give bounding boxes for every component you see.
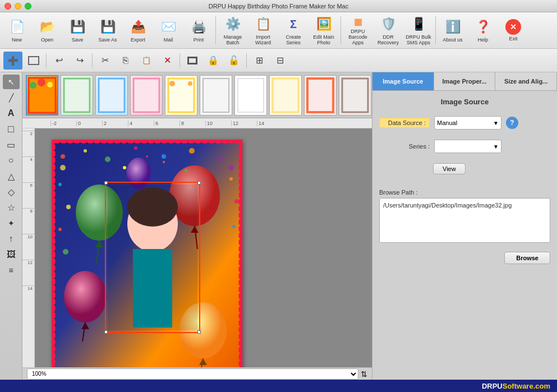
series-select[interactable]: ▼ bbox=[434, 140, 501, 153]
saveas-button[interactable]: 💾 Save As bbox=[93, 14, 122, 47]
mail-label: Mail bbox=[164, 37, 173, 43]
frame-image bbox=[52, 140, 242, 367]
select-tool-button[interactable]: ↖ bbox=[3, 75, 20, 89]
star-tool-button[interactable]: ☆ bbox=[3, 200, 20, 215]
star2-tool-button[interactable]: ✦ bbox=[3, 216, 20, 230]
barcode-button[interactable]: ▦ DRPU Barcode Apps bbox=[343, 14, 372, 47]
triangle-tool-button[interactable]: △ bbox=[3, 169, 20, 183]
rounded-rect-tool-button[interactable]: ▭ bbox=[3, 137, 20, 152]
help-icon: ❓ bbox=[474, 18, 492, 36]
template-10[interactable] bbox=[339, 75, 371, 116]
data-source-value: Manual bbox=[437, 119, 457, 126]
tab-size-align[interactable]: Size and Alig... bbox=[495, 72, 557, 90]
sms-button[interactable]: 📱 DRPU Bulk SMS Apps bbox=[404, 14, 433, 47]
tb2-sep1 bbox=[46, 53, 47, 68]
zoom-bar: 50% 75% 100% 125% 150% 200% ⇅ bbox=[22, 367, 372, 380]
zoom-spinner[interactable]: ⇅ bbox=[361, 370, 367, 379]
canvas-container[interactable] bbox=[35, 128, 372, 367]
redo-button[interactable]: ↪ bbox=[70, 52, 89, 70]
editmain-button[interactable]: 🖼️ Edit Main Photo bbox=[309, 14, 338, 47]
barcode-tool-button[interactable]: ≡ bbox=[3, 263, 20, 278]
template-4[interactable] bbox=[130, 75, 163, 116]
undo-icon: ↩ bbox=[56, 55, 63, 66]
svg-point-59 bbox=[127, 187, 178, 227]
ddr-button[interactable]: 🛡️ DDR Recovery bbox=[374, 14, 403, 47]
new-icon: 📄 bbox=[8, 18, 26, 36]
print-button[interactable]: 🖨️ Print bbox=[184, 14, 213, 47]
diamond-tool-button[interactable]: ◇ bbox=[3, 185, 20, 199]
template-3[interactable] bbox=[95, 75, 128, 116]
lock-button[interactable]: 🔒 bbox=[204, 52, 223, 70]
frame-button[interactable] bbox=[183, 52, 202, 70]
svg-point-2 bbox=[30, 82, 36, 89]
toolbar-separator3 bbox=[435, 16, 436, 44]
delete-icon: ✕ bbox=[164, 55, 171, 66]
cut-button[interactable]: ✂ bbox=[95, 52, 114, 70]
new-button[interactable]: 📄 New bbox=[2, 14, 31, 47]
tb2-sep3 bbox=[179, 53, 180, 68]
vertical-ruler: 2 4 6 8 10 12 14 bbox=[22, 128, 35, 367]
template-7[interactable] bbox=[234, 75, 267, 116]
svg-point-60 bbox=[123, 166, 126, 169]
ellipse-tool-button[interactable]: ○ bbox=[3, 153, 20, 168]
grid-button[interactable]: ⊞ bbox=[250, 52, 269, 70]
zoom-select[interactable]: 50% 75% 100% 125% 150% 200% bbox=[27, 368, 358, 380]
open-icon: 📂 bbox=[38, 18, 56, 36]
svg-point-4 bbox=[47, 82, 53, 87]
horizontal-ruler: -2 0 2 4 6 8 10 12 14 bbox=[22, 118, 372, 128]
wizard-label: Import Wizard bbox=[250, 34, 277, 45]
line-tool-button[interactable]: ╱ bbox=[3, 90, 20, 105]
design-canvas[interactable] bbox=[52, 140, 242, 367]
undo-button[interactable]: ↩ bbox=[49, 52, 68, 70]
copy-button[interactable]: ⎘ bbox=[116, 52, 135, 70]
tab-image-source[interactable]: Image Source bbox=[372, 72, 434, 90]
about-icon: ℹ️ bbox=[444, 18, 462, 36]
text-tool-button[interactable]: A bbox=[3, 106, 20, 121]
template-1[interactable] bbox=[26, 75, 58, 116]
svg-point-32 bbox=[218, 158, 222, 161]
template-9[interactable] bbox=[304, 75, 337, 116]
help-button[interactable]: ❓ Help bbox=[468, 14, 498, 47]
left-toolbox: ↖ ╱ A □ ▭ ○ △ ◇ ☆ ✦ ↑ 🖼 ≡ bbox=[0, 72, 22, 380]
app-title: DRPU Happy Birthday Photo Frame Maker fo… bbox=[209, 3, 348, 10]
batch-button[interactable]: ⚙️ Manage Batch bbox=[218, 14, 247, 47]
open-button[interactable]: 📂 Open bbox=[33, 14, 62, 47]
svg-rect-58 bbox=[133, 249, 172, 328]
maximize-button[interactable] bbox=[25, 3, 31, 10]
canvas-scroll[interactable]: 2 4 6 8 10 12 14 bbox=[22, 128, 372, 367]
help-button-datasource[interactable]: ? bbox=[506, 117, 518, 129]
arrow-tool-button[interactable]: ↑ bbox=[3, 232, 20, 246]
paste-button[interactable]: 📋 bbox=[137, 52, 156, 70]
template-2[interactable] bbox=[61, 75, 93, 116]
rulers-button[interactable]: ⊟ bbox=[270, 52, 289, 70]
minimize-button[interactable] bbox=[15, 3, 21, 10]
saveas-label: Save As bbox=[98, 37, 117, 43]
add-button[interactable]: ➕ bbox=[3, 52, 22, 70]
template-5[interactable] bbox=[165, 75, 197, 116]
save-button[interactable]: 💾 Save bbox=[63, 14, 92, 47]
unlock-button[interactable]: 🔓 bbox=[224, 52, 243, 70]
delete-button[interactable]: ✕ bbox=[158, 52, 177, 70]
main-toolbar: 📄 New 📂 Open 💾 Save 💾 Save As 📤 Export ✉… bbox=[0, 12, 557, 49]
export-button[interactable]: 📤 Export bbox=[123, 14, 153, 47]
export-label: Export bbox=[131, 37, 145, 43]
wizard-button[interactable]: 📋 Import Wizard bbox=[248, 14, 278, 47]
view-button[interactable]: View bbox=[433, 163, 466, 174]
template-8[interactable] bbox=[269, 75, 302, 116]
rect-tool-button[interactable]: □ bbox=[3, 122, 20, 136]
exit-button[interactable]: ✕ Exit bbox=[499, 14, 528, 47]
about-button[interactable]: ℹ️ About us bbox=[438, 14, 467, 47]
browse-path-value: /Users/taruntyagi/Desktop/Images/Image32… bbox=[379, 198, 550, 243]
series-button[interactable]: Σ Create Series bbox=[279, 14, 308, 47]
canvas-area: -2 0 2 4 6 8 10 12 14 2 4 6 8 10 12 14 bbox=[22, 72, 372, 380]
tab-image-properties[interactable]: Image Proper... bbox=[434, 72, 496, 90]
close-button[interactable] bbox=[4, 3, 11, 10]
browse-button[interactable]: Browse bbox=[504, 252, 550, 264]
data-source-select[interactable]: Manual ▼ bbox=[434, 116, 501, 130]
mail-button[interactable]: ✉️ Mail bbox=[154, 14, 183, 47]
image-tool-button[interactable]: 🖼 bbox=[3, 247, 20, 262]
select-frame-button[interactable] bbox=[24, 52, 43, 70]
status-bar: DRPUSoftware.com bbox=[0, 380, 557, 392]
template-6[interactable] bbox=[200, 75, 232, 116]
formatting-toolbar: ➕ ↩ ↪ ✂ ⎘ 📋 ✕ 🔒 🔓 ⊞ ⊟ bbox=[0, 49, 557, 72]
